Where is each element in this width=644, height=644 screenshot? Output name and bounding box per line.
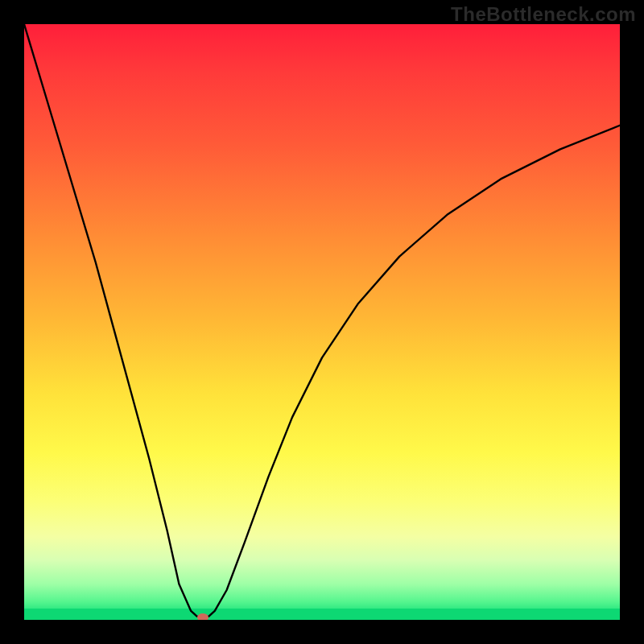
bottleneck-curve (24, 24, 620, 620)
watermark-text: TheBottleneck.com (451, 3, 636, 26)
chart-frame: TheBottleneck.com (0, 0, 644, 644)
plot-area (24, 24, 620, 620)
optimum-marker-icon (197, 613, 208, 620)
